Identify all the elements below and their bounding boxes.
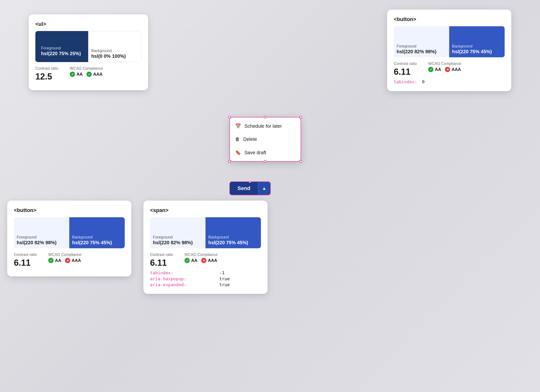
handle-bl-dropdown xyxy=(228,160,231,163)
badge-aaa-ul: ✓ AAA xyxy=(86,72,103,77)
aaa-label-span-br: AAA xyxy=(208,258,217,263)
contrast-label-btn-bl: Contrast ratio xyxy=(14,253,37,257)
handle-br-send xyxy=(269,194,271,195)
color-swatches-btn-tr: Foreground hsl(220 82% 98%) Background h… xyxy=(394,26,505,57)
aaa-label-ul: AAA xyxy=(93,72,103,77)
dropdown-item-save-draft[interactable]: 🔖 Save draft xyxy=(230,146,301,159)
aaa-pass-icon-ul: ✓ xyxy=(86,72,92,77)
bg-label-span-br: Background xyxy=(208,235,258,239)
aa-label-ul: AA xyxy=(76,72,83,77)
calendar-icon: 📅 xyxy=(235,123,241,129)
wcag-label-btn-tr: WCAG Compliance xyxy=(428,62,461,66)
wcag-label-span-br: WCAG Compliance xyxy=(184,253,218,257)
card-btn-bl-tag: <button> xyxy=(14,207,125,213)
aa-pass-icon-ul: ✓ xyxy=(70,72,75,77)
swatch-background-span-br: Background hsl(220 75% 45%) xyxy=(205,217,261,248)
swatch-foreground-btn-bl: Foreground hsl(220 82% 98%) xyxy=(14,217,69,248)
swatch-foreground-btn-tr: Foreground hsl(220 82% 98%) xyxy=(394,26,449,57)
contrast-value-span-br: 6.11 xyxy=(150,258,173,268)
wcag-group-span-br: WCAG Compliance ✓ AA ✕ AAA xyxy=(184,253,218,263)
aaa-label-btn-bl: AAA xyxy=(72,258,81,263)
handle-bc-dropdown xyxy=(264,160,266,163)
card-span-br-tag: <span> xyxy=(150,207,261,213)
aria-haspopup-attr-name-span-br: aria-haspopup: xyxy=(150,276,217,281)
aria-haspopup-attr-value-span-br: true xyxy=(219,276,261,281)
swatch-foreground-span-br: Foreground hsl(220 82% 98%) xyxy=(150,217,205,248)
card-button-bottom-left: <button> Foreground hsl(220 82% 98%) Bac… xyxy=(7,201,131,276)
tabindex-attr-value-btn-tr: 0 xyxy=(422,79,425,84)
fg-label-ul: Foreground xyxy=(41,46,82,50)
wcag-badges-ul: ✓ AA ✓ AAA xyxy=(70,72,103,77)
badge-aa-ul: ✓ AA xyxy=(70,72,83,77)
tabindex-attr-value-span-br: -1 xyxy=(219,270,261,275)
badge-aa-btn-tr: ✓ AA xyxy=(428,67,441,72)
handle-br-dropdown xyxy=(300,160,302,163)
aaa-fail-icon-span-br: ✕ xyxy=(201,258,206,263)
fg-value-btn-bl: hsl(220 82% 98%) xyxy=(17,240,66,245)
fg-value-span-br: hsl(220 82% 98%) xyxy=(153,240,203,245)
bg-value-btn-tr: hsl(220 75% 45%) xyxy=(452,49,502,54)
swatch-background-btn-tr: Background hsl(220 75% 45%) xyxy=(449,26,505,57)
send-button[interactable]: Send xyxy=(230,182,258,195)
fg-value-btn-tr: hsl(220 82% 98%) xyxy=(397,49,446,54)
color-swatches-span-br: Foreground hsl(220 82% 98%) Background h… xyxy=(150,217,261,248)
swatch-background-ul: Background hsl(0 0% 100%) xyxy=(88,31,141,62)
save-draft-label: Save draft xyxy=(244,150,266,155)
handle-tc-dropdown xyxy=(264,116,266,118)
contrast-value-btn-bl: 6.11 xyxy=(14,258,37,268)
card-btn-tr-tag: <button> xyxy=(394,16,505,22)
wcag-badges-btn-tr: ✓ AA ✕ AAA xyxy=(428,67,461,72)
tabindex-attr-name-span-br: tabindex: xyxy=(150,270,217,275)
dropdown-item-schedule[interactable]: 📅 Schedule for later xyxy=(230,119,301,133)
handle-tc-send xyxy=(249,181,251,183)
chevron-button[interactable]: ▲ xyxy=(258,182,270,195)
aria-expanded-attr-value-span-br: true xyxy=(219,282,261,287)
handle-tr-dropdown xyxy=(300,116,302,118)
aaa-label-btn-tr: AAA xyxy=(452,67,461,72)
wcag-badges-btn-bl: ✓ AA ✕ AAA xyxy=(48,258,81,263)
wcag-label-ul: WCAG Compliance xyxy=(70,66,103,71)
aa-pass-icon-span-br: ✓ xyxy=(184,258,190,263)
color-swatches-ul: Foreground hsl(220 75% 25%) Background h… xyxy=(35,31,141,62)
attr-table-span-br: tabindex: -1 aria-haspopup: true aria-ex… xyxy=(150,270,261,287)
card-ul: <ul> Foreground hsl(220 75% 25%) Backgro… xyxy=(29,14,148,90)
wcag-group-ul: WCAG Compliance ✓ AA ✓ AAA xyxy=(70,66,103,77)
badge-aaa-btn-tr: ✕ AAA xyxy=(445,67,461,72)
card-ul-tag: <ul> xyxy=(35,21,141,27)
bg-label-btn-tr: Background xyxy=(452,44,502,48)
bookmark-icon: 🔖 xyxy=(235,150,241,155)
contrast-label-btn-tr: Contrast ratio xyxy=(394,62,417,66)
fg-label-span-br: Foreground xyxy=(153,235,203,239)
aria-expanded-attr-name-span-br: aria-expanded: xyxy=(150,282,217,287)
tabindex-attr-name-btn-tr: tabindex: xyxy=(394,79,417,84)
bg-value-ul: hsl(0 0% 100%) xyxy=(91,53,138,59)
aa-pass-icon-btn-bl: ✓ xyxy=(48,258,54,263)
delete-label: Delete xyxy=(243,137,257,142)
contrast-group-span-br: Contrast ratio 6.11 xyxy=(150,253,173,268)
send-button-group[interactable]: Send ▲ xyxy=(229,181,271,195)
info-row-btn-tr: Contrast ratio 6.11 WCAG Compliance ✓ AA… xyxy=(394,62,505,77)
aa-label-btn-bl: AA xyxy=(55,258,61,263)
contrast-group-btn-tr: Contrast ratio 6.11 xyxy=(394,62,417,77)
dropdown-item-delete[interactable]: 🗑 Delete xyxy=(230,133,301,146)
wcag-group-btn-bl: WCAG Compliance ✓ AA ✕ AAA xyxy=(48,253,81,263)
badge-aa-span-br: ✓ AA xyxy=(184,258,197,263)
wcag-label-btn-bl: WCAG Compliance xyxy=(48,253,81,257)
aa-label-span-br: AA xyxy=(191,258,197,263)
trash-icon: 🗑 xyxy=(235,137,240,142)
badge-aaa-span-br: ✕ AAA xyxy=(201,258,217,263)
fg-value-ul: hsl(220 75% 25%) xyxy=(41,51,82,56)
swatch-background-btn-bl: Background hsl(220 75% 45%) xyxy=(69,217,125,248)
bg-label-btn-bl: Background xyxy=(72,235,122,239)
aaa-fail-icon-btn-bl: ✕ xyxy=(65,258,70,263)
handle-bl-send xyxy=(229,194,231,195)
contrast-group-btn-bl: Contrast ratio 6.11 xyxy=(14,253,37,268)
contrast-value-btn-tr: 6.11 xyxy=(394,67,417,77)
info-row-span-br: Contrast ratio 6.11 WCAG Compliance ✓ AA… xyxy=(150,253,261,268)
info-row-btn-bl: Contrast ratio 6.11 WCAG Compliance ✓ AA… xyxy=(14,253,125,268)
dropdown-menu: 📅 Schedule for later 🗑 Delete 🔖 Save dra… xyxy=(229,117,301,162)
badge-aaa-btn-bl: ✕ AAA xyxy=(65,258,81,263)
tabindex-row-btn-tr: tabindex: 0 xyxy=(394,79,505,85)
fg-label-btn-bl: Foreground xyxy=(17,235,66,239)
bg-value-btn-bl: hsl(220 75% 45%) xyxy=(72,240,122,245)
